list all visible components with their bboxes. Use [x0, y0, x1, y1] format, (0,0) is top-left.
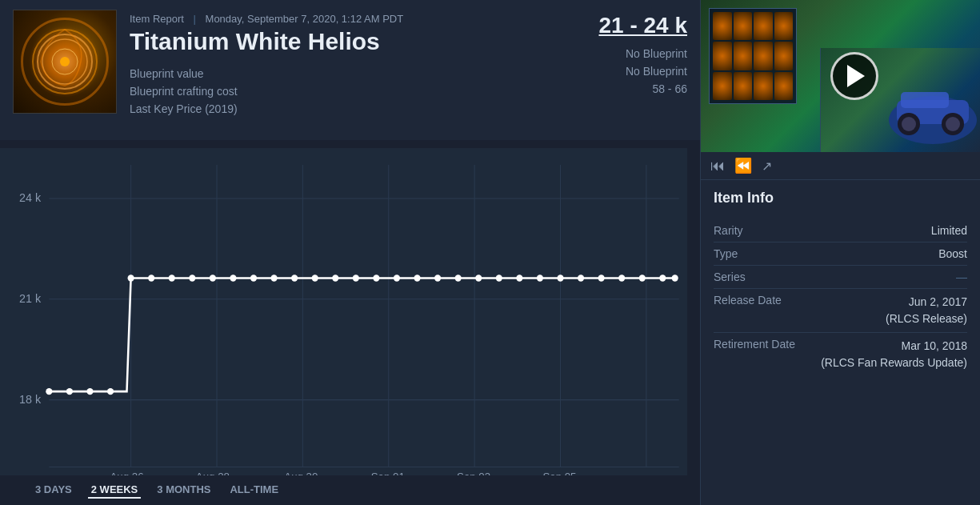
mini-item [774, 72, 794, 100]
svg-point-44 [434, 275, 441, 281]
type-value: Boost [938, 247, 967, 260]
last-key-row: Last Key Price (2019) [130, 100, 530, 118]
series-row: Series — [714, 266, 967, 289]
mini-item [734, 72, 753, 100]
item-name: Titanium White Helios [130, 28, 530, 55]
play-button[interactable] [830, 52, 878, 100]
mini-item [713, 12, 732, 40]
main-container: Item Report | Monday, September 7, 2020,… [0, 0, 980, 505]
svg-point-32 [189, 275, 195, 281]
mini-item [713, 72, 732, 100]
svg-point-54 [639, 275, 646, 281]
svg-text:Aug 26: Aug 26 [110, 471, 143, 475]
svg-point-29 [128, 275, 134, 281]
rarity-value: Limited [931, 224, 967, 237]
item-thumbnail [13, 10, 117, 114]
svg-point-46 [475, 275, 482, 281]
time-tabs: 3 DAYS 2 WEEKS 3 MONTHS ALL-TIME [0, 475, 700, 505]
svg-text:Aug 28: Aug 28 [196, 471, 230, 475]
svg-text:24 k: 24 k [19, 191, 42, 204]
svg-point-43 [414, 275, 420, 281]
blueprint-crafting-row: Blueprint crafting cost [130, 82, 530, 100]
retirement-date-row: Retirement Date Mar 10, 2018(RLCS Fan Re… [714, 333, 967, 376]
video-preview [701, 0, 980, 152]
item-details: Item Report | Monday, September 7, 2020,… [130, 10, 530, 130]
item-info-section: Item Info Rarity Limited Type Boost Seri… [701, 180, 980, 505]
item-price: 21 - 24 k [598, 13, 687, 38]
svg-point-40 [353, 275, 359, 281]
svg-point-45 [455, 275, 462, 281]
svg-point-33 [210, 275, 216, 281]
mini-item [774, 42, 794, 70]
svg-rect-63 [901, 92, 949, 108]
video-bg [701, 0, 980, 152]
mini-item [734, 42, 753, 70]
mini-item [734, 12, 753, 40]
mini-item [774, 12, 794, 40]
left-panel: Item Report | Monday, September 7, 2020,… [0, 0, 700, 505]
tab-3days[interactable]: 3 DAYS [32, 482, 75, 499]
svg-point-50 [557, 275, 563, 281]
svg-point-51 [578, 275, 584, 281]
last-key-right: 58 - 66 [543, 80, 687, 98]
svg-point-3 [60, 57, 70, 66]
right-panel: ⏮ ⏪ ↗ Item Info Rarity Limited Type Boos… [700, 0, 980, 505]
blueprint-value-row: Blueprint value [130, 65, 530, 82]
svg-point-26 [66, 388, 73, 395]
item-header: Item Report | Monday, September 7, 2020,… [0, 0, 700, 140]
series-value: — [956, 271, 967, 283]
svg-point-48 [516, 275, 522, 281]
svg-point-47 [496, 275, 502, 281]
type-row: Type Boost [714, 242, 967, 266]
svg-point-56 [672, 275, 678, 281]
blueprint-crafting-right-val: No Blueprint [626, 65, 687, 78]
svg-point-53 [618, 275, 625, 281]
separator: | [194, 13, 196, 25]
svg-point-36 [270, 275, 277, 281]
svg-rect-4 [0, 148, 687, 475]
type-label: Type [714, 247, 738, 260]
release-date-row: Release Date Jun 2, 2017(RLCS Release) [714, 289, 967, 333]
rarity-label: Rarity [714, 224, 743, 237]
blueprint-value-right-val: No Blueprint [626, 47, 687, 60]
svg-point-55 [659, 275, 666, 281]
item-info-title: Item Info [714, 190, 967, 210]
header-right: 21 - 24 k No Blueprint No Blueprint 58 -… [543, 10, 687, 130]
svg-point-25 [46, 388, 52, 395]
chart-svg: 24 k 21 k 18 k Aug 26 Aug 28 Aug 30 Sep … [0, 148, 687, 475]
svg-text:21 k: 21 k [19, 292, 42, 305]
blueprint-value-right: No Blueprint [543, 45, 687, 62]
mini-item [754, 12, 773, 40]
retirement-date-value: Mar 10, 2018(RLCS Fan Rewards Update) [821, 338, 967, 371]
chart-container: 24 k 21 k 18 k Aug 26 Aug 28 Aug 30 Sep … [0, 140, 700, 475]
svg-point-35 [250, 275, 257, 281]
mini-item [754, 42, 773, 70]
tab-2weeks[interactable]: 2 WEEKS [88, 482, 142, 499]
svg-point-62 [946, 117, 960, 131]
report-label: Item Report [130, 13, 184, 25]
share-icon[interactable]: ↗ [762, 158, 772, 174]
timestamp: Monday, September 7, 2020, 1:12 AM PDT [206, 13, 404, 25]
blueprint-value-label: Blueprint value [130, 67, 204, 80]
tab-alltime[interactable]: ALL-TIME [226, 482, 282, 499]
svg-text:Sep 05: Sep 05 [542, 471, 576, 475]
svg-text:18 k: 18 k [19, 393, 42, 406]
svg-point-38 [312, 275, 318, 281]
thumbnail-svg [21, 18, 109, 106]
rarity-row: Rarity Limited [714, 219, 967, 242]
svg-point-27 [86, 388, 93, 395]
svg-text:Sep 01: Sep 01 [371, 471, 405, 475]
video-overlay-items [709, 8, 797, 104]
svg-point-42 [394, 275, 400, 281]
svg-point-28 [107, 388, 114, 395]
tab-3months[interactable]: 3 MONTHS [154, 482, 214, 499]
svg-text:Aug 30: Aug 30 [284, 471, 318, 475]
mini-item [754, 72, 773, 100]
svg-point-49 [537, 275, 543, 281]
series-label: Series [714, 271, 746, 283]
svg-point-34 [230, 275, 236, 281]
last-key-right-val: 58 - 66 [652, 82, 687, 95]
rewind-button[interactable]: ⏪ [734, 157, 752, 174]
prev-button[interactable]: ⏮ [710, 158, 725, 174]
retirement-date-label: Retirement Date [714, 338, 795, 351]
